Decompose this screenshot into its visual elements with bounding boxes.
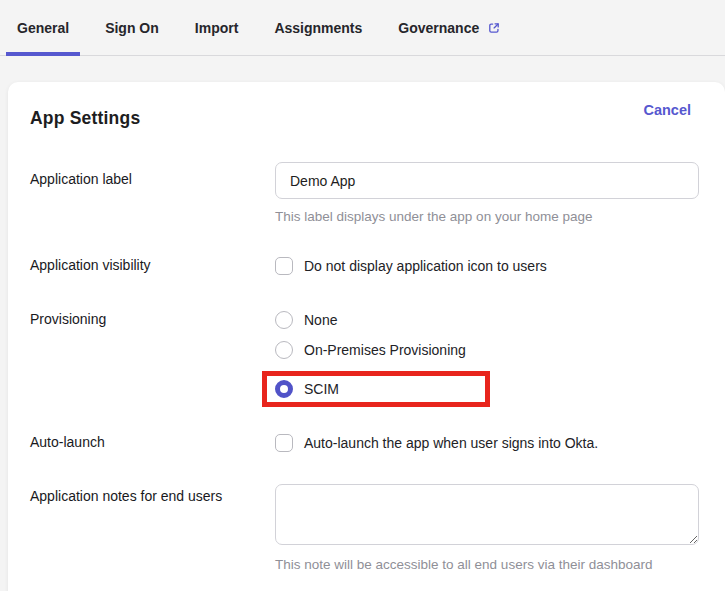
- tab-governance[interactable]: Governance: [387, 0, 512, 55]
- application-notes-row: Application notes for end users This not…: [30, 484, 691, 591]
- app-tab-bar: General Sign On Import Assignments Gover…: [0, 0, 725, 56]
- tab-import[interactable]: Import: [184, 0, 250, 55]
- tab-governance-label: Governance: [398, 20, 479, 36]
- application-label-helper-text: This label displays under the app on you…: [275, 209, 699, 224]
- radio-none-label: None: [304, 312, 337, 328]
- auto-launch-checkbox-label: Auto-launch the app when user signs into…: [304, 435, 598, 451]
- provisioning-field-label: Provisioning: [30, 311, 275, 327]
- tab-general-label: General: [17, 20, 69, 36]
- application-notes-field-label: Application notes for end users: [30, 484, 275, 504]
- application-notes-textarea[interactable]: [275, 484, 699, 545]
- radio-on-premises[interactable]: [275, 341, 293, 359]
- scim-highlight-annotation: SCIM: [262, 371, 490, 407]
- tab-assignments-label: Assignments: [274, 20, 362, 36]
- provisioning-radio-group: None On-Premises Provisioning SCIM: [275, 311, 691, 407]
- cancel-button[interactable]: Cancel: [643, 102, 691, 118]
- visibility-checkbox[interactable]: [275, 257, 293, 275]
- radio-none[interactable]: [275, 311, 293, 329]
- tab-general[interactable]: General: [6, 0, 80, 55]
- provisioning-row: Provisioning None On-Premises Provisioni…: [30, 311, 691, 407]
- app-settings-card: App Settings Cancel Application label Th…: [8, 82, 725, 591]
- auto-launch-checkbox[interactable]: [275, 434, 293, 452]
- external-link-icon: [487, 21, 501, 35]
- provisioning-option-none[interactable]: None: [275, 311, 691, 329]
- application-visibility-row: Application visibility Do not display ap…: [30, 257, 691, 275]
- application-visibility-field-label: Application visibility: [30, 257, 275, 273]
- tab-assignments[interactable]: Assignments: [263, 0, 373, 55]
- visibility-checkbox-label: Do not display application icon to users: [304, 258, 547, 274]
- tab-import-label: Import: [195, 20, 239, 36]
- provisioning-option-scim[interactable]: SCIM: [275, 380, 339, 398]
- radio-on-premises-label: On-Premises Provisioning: [304, 342, 466, 358]
- radio-scim-selected[interactable]: [275, 380, 293, 398]
- application-notes-helper-text: This note will be accessible to all end …: [275, 557, 699, 572]
- application-label-input[interactable]: [275, 162, 699, 199]
- auto-launch-checkbox-option[interactable]: Auto-launch the app when user signs into…: [275, 434, 691, 452]
- auto-launch-row: Auto-launch Auto-launch the app when use…: [30, 434, 691, 452]
- application-notes-field-group: This note will be accessible to all end …: [275, 484, 699, 591]
- application-label-field-group: This label displays under the app on you…: [275, 162, 699, 224]
- application-label-row: Application label This label displays un…: [30, 162, 691, 224]
- tab-sign-on[interactable]: Sign On: [94, 0, 170, 55]
- visibility-checkbox-option[interactable]: Do not display application icon to users: [275, 257, 691, 275]
- page-title: App Settings: [30, 102, 140, 129]
- provisioning-option-on-premises[interactable]: On-Premises Provisioning: [275, 341, 691, 359]
- auto-launch-field-label: Auto-launch: [30, 434, 275, 450]
- card-header: App Settings Cancel: [30, 102, 691, 129]
- tab-sign-on-label: Sign On: [105, 20, 159, 36]
- radio-scim-label: SCIM: [304, 381, 339, 397]
- application-label-field-label: Application label: [30, 162, 275, 187]
